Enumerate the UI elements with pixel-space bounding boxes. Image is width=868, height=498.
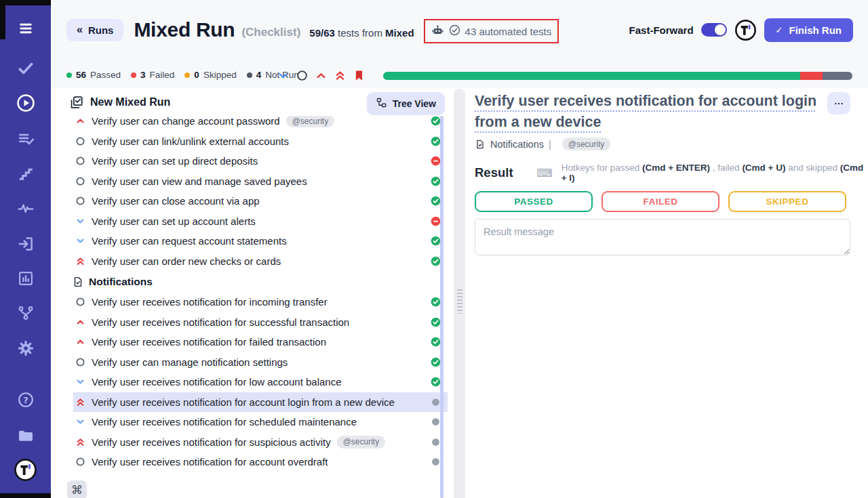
status-failed-icon	[431, 216, 441, 226]
priority-high-icon	[75, 316, 86, 328]
checklist-icon	[69, 95, 84, 110]
test-row[interactable]: Verify user receives notification for su…	[73, 432, 448, 453]
mark-passed-button[interactable]: PASSED	[475, 191, 593, 212]
tree-view-label: Tree View	[393, 98, 436, 109]
test-row[interactable]: Verify user receives notification for su…	[73, 312, 448, 333]
more-options-button[interactable]	[827, 92, 850, 115]
section-row[interactable]: Notifications	[51, 271, 448, 292]
app-root: ? « Runs Mixed Run (Checklist) 59/63 tes…	[0, 0, 868, 498]
test-row-title: Verify user can link/unlink external acc…	[92, 136, 289, 147]
test-row[interactable]: Verify user can close account via app	[73, 191, 448, 211]
status-dot-icon	[131, 72, 136, 78]
security-tag: @security	[337, 436, 386, 449]
status-passed-icon	[431, 196, 441, 206]
test-row-title: Verify user can order new checks or card…	[92, 255, 281, 267]
test-row-title: Verify user receives notification for su…	[92, 316, 349, 328]
security-tag[interactable]: @security	[562, 138, 611, 150]
test-row-title: Verify user can view and manage saved pa…	[92, 175, 307, 187]
status-notrun-icon	[431, 417, 441, 427]
milestones-icon[interactable]	[0, 159, 51, 188]
runs-play-icon[interactable]	[0, 88, 51, 118]
panel-resize-handle[interactable]	[457, 289, 462, 314]
test-title[interactable]: Verify user receives notification for ac…	[475, 91, 826, 133]
robot-icon	[431, 24, 444, 39]
tests-check-icon[interactable]	[0, 54, 51, 83]
result-section-header: Result ⌨ Hotkeys for passed (Cmd + ENTER…	[475, 163, 868, 183]
priority-low-filter-icon[interactable]	[277, 69, 290, 82]
test-rows: Verify user can change account password@…	[51, 116, 448, 498]
test-row[interactable]: Verify user receives notification for fa…	[73, 332, 448, 352]
test-row[interactable]: Verify user receives notification for lo…	[73, 372, 448, 392]
hotkeys-hint: Hotkeys for passed (Cmd + ENTER) , faile…	[561, 163, 868, 183]
test-row-title: Verify user receives notification for su…	[92, 436, 331, 448]
stat-failed: 3Failed	[131, 70, 174, 80]
sidebar: ?	[0, 0, 51, 498]
mark-skipped-button[interactable]: SKIPPED	[728, 191, 846, 212]
chevrons-left-icon: «	[77, 24, 83, 35]
test-row-title: Verify user receives notification for ac…	[92, 456, 328, 468]
branches-icon[interactable]	[0, 298, 51, 328]
test-row[interactable]: Verify user receives notification for ac…	[73, 452, 448, 472]
test-row-title: Verify user can change account password	[92, 116, 280, 127]
test-plans-icon[interactable]	[0, 124, 51, 154]
test-row[interactable]: Verify user can view and manage saved pa…	[73, 171, 448, 192]
test-row-title: Verify user receives notification for ac…	[92, 396, 395, 408]
test-row[interactable]: Verify user can order new checks or card…	[73, 251, 448, 272]
status-passed-icon	[431, 256, 441, 266]
status-notrun-icon	[431, 397, 441, 407]
test-row-title: Verify user can set up direct deposits	[92, 155, 258, 167]
priority-high-filter-icon[interactable]	[315, 69, 328, 82]
test-row[interactable]: Verify user can request account statemen…	[73, 231, 448, 251]
status-passed-icon	[431, 357, 441, 367]
projects-folder-icon[interactable]	[0, 421, 51, 451]
status-passed-icon	[431, 377, 441, 387]
import-icon[interactable]	[0, 229, 51, 259]
test-row-title: Verify user can manage notification sett…	[92, 356, 288, 368]
finish-run-button[interactable]: ✓ Finish Run	[764, 18, 853, 42]
priority-normal-icon	[75, 296, 86, 308]
hotkey-segment: (Cmd + U)	[742, 163, 785, 173]
priority-important-filter-icon[interactable]	[334, 69, 347, 82]
fast-forward-toggle[interactable]	[701, 23, 727, 37]
priority-normal-icon	[75, 356, 86, 368]
test-row-title: Verify user can request account statemen…	[92, 235, 287, 247]
testomat-logo-icon[interactable]	[0, 455, 51, 484]
meta-separator: |	[549, 139, 551, 150]
test-row-title: Verify user receives notification for lo…	[92, 376, 342, 388]
command-menu-button[interactable]: ⌘	[67, 480, 87, 498]
priority-normal-icon	[75, 175, 86, 187]
priority-filters	[277, 69, 366, 82]
analytics-icon[interactable]	[0, 264, 51, 293]
test-section-label[interactable]: Notifications	[490, 139, 544, 150]
test-row[interactable]: Verify user can manage notification sett…	[73, 352, 448, 373]
keyboard-icon: ⌨	[537, 167, 553, 180]
run-type-label: (Checklist)	[241, 26, 300, 39]
list-scrollbar[interactable]	[440, 116, 443, 498]
test-row[interactable]: Verify user can set up direct deposits	[73, 151, 448, 171]
menu-icon[interactable]	[0, 14, 51, 43]
progress-bar	[383, 72, 852, 80]
help-icon[interactable]: ?	[0, 385, 51, 415]
priority-low-icon	[75, 416, 86, 428]
result-message-input[interactable]	[475, 219, 850, 255]
bookmark-filter-icon[interactable]	[353, 69, 366, 82]
test-row[interactable]: Verify user receives notification for ac…	[73, 392, 448, 413]
screen-edge	[0, 0, 5, 39]
back-to-runs-label: Runs	[88, 24, 114, 36]
pulse-icon[interactable]	[0, 194, 51, 224]
back-to-runs-button[interactable]: « Runs	[66, 19, 123, 41]
app-logo-icon[interactable]	[734, 19, 757, 41]
automated-tests-label: 43 automated tests	[465, 26, 552, 37]
priority-normal-filter-icon[interactable]	[296, 69, 309, 82]
mark-failed-button[interactable]: FAILED	[601, 191, 719, 212]
test-row[interactable]: Verify user can change account password@…	[73, 116, 448, 131]
test-row[interactable]: Verify user receives notification for sc…	[73, 412, 448, 432]
priority-low-icon	[75, 376, 86, 388]
result-heading: Result	[475, 165, 513, 180]
progress-segment-notrun	[823, 72, 852, 80]
settings-gear-icon[interactable]	[0, 333, 51, 363]
test-row[interactable]: Verify user can link/unlink external acc…	[73, 131, 448, 152]
tree-view-button[interactable]: Tree View	[367, 92, 445, 115]
test-row[interactable]: Verify user can set up account alerts	[73, 211, 448, 232]
test-row[interactable]: Verify user receives notification for in…	[73, 292, 448, 312]
